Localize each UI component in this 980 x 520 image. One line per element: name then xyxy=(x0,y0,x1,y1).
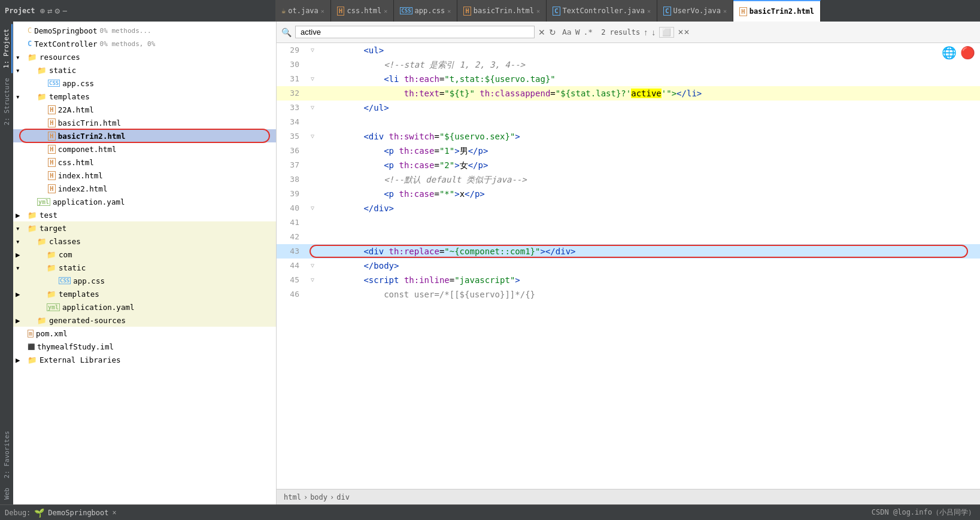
folder-icon: 📁 xyxy=(37,316,47,325)
tree-item-resources[interactable]: ▾ 📁 resources xyxy=(13,50,276,63)
tree-label: application.yaml xyxy=(53,197,125,206)
tree-item-pom[interactable]: m pom.xml xyxy=(13,327,276,340)
close-icon[interactable]: ✕ xyxy=(447,8,451,14)
tree-label: target xyxy=(40,224,66,233)
tree-item-classes[interactable]: ▾ 📁 classes xyxy=(13,235,276,248)
tree-item-generated-sources[interactable]: ▶ 📁 generated-sources xyxy=(13,314,276,327)
tree-item-static[interactable]: ▾ 📁 static xyxy=(13,63,276,77)
tab-UserVo[interactable]: C UserVo.java ✕ xyxy=(657,0,733,22)
code-line-30: 30 <!--stat 是索引 1, 2, 3, 4--> xyxy=(277,57,980,72)
fold-gutter[interactable]: ▽ xyxy=(307,129,318,144)
tree-label: generated-sources xyxy=(49,316,126,325)
project-gear-icon[interactable]: ⚙ xyxy=(54,6,59,16)
tab-css-html[interactable]: H css.html ✕ xyxy=(331,0,394,22)
tree-item-templates2[interactable]: ▶ 📁 templates xyxy=(13,287,276,300)
search-refresh-button[interactable]: ↻ xyxy=(549,28,556,37)
tab-basicTrin2[interactable]: H basicTrin2.html xyxy=(733,0,821,22)
fold-gutter[interactable]: ▽ xyxy=(307,259,318,273)
tree-item-basicTrin2[interactable]: H basicTrin2.html xyxy=(13,129,276,142)
line-number: 32 xyxy=(277,86,307,101)
debug-close-button[interactable]: × xyxy=(113,509,117,517)
edge-icon[interactable]: 🔴 xyxy=(960,45,975,60)
structure-panel-tab[interactable]: 2: Structure xyxy=(2,73,12,130)
css-icon: CSS xyxy=(400,7,412,14)
tree-item-css-html[interactable]: H css.html xyxy=(13,156,276,169)
project-split-icon[interactable]: ⇄ xyxy=(47,6,52,16)
tab-app-css[interactable]: CSS app.css ✕ xyxy=(394,0,457,22)
tree-item-static2[interactable]: ▾ 📁 static xyxy=(13,261,276,274)
line-number: 29 xyxy=(277,43,307,57)
search-prev-button[interactable]: ↑ xyxy=(644,28,648,37)
code-content: <p th:case="1">男</p> xyxy=(318,144,980,158)
fold-gutter[interactable]: ▽ xyxy=(307,72,318,86)
search-close-button[interactable]: ✕✕ xyxy=(678,28,690,37)
java-icon: ☕ xyxy=(281,7,286,15)
search-match-case[interactable]: Aa xyxy=(562,28,572,37)
chrome-icon[interactable]: 🌐 xyxy=(942,45,957,60)
search-next-button[interactable]: ↓ xyxy=(651,28,656,37)
close-icon[interactable]: ✕ xyxy=(384,8,387,14)
search-input[interactable] xyxy=(295,26,535,38)
java-file-icon: C xyxy=(28,26,32,35)
tree-item-app-css2[interactable]: CSS app.css xyxy=(13,274,276,287)
circle-annotation-basicTrin2 xyxy=(19,129,270,143)
tree-item-com[interactable]: ▶ 📁 com xyxy=(13,248,276,261)
tree-item-TextController[interactable]: C TextController 0% methods, 0% xyxy=(13,37,276,50)
tree-item-external[interactable]: ▶ 📁 External Libraries xyxy=(13,353,276,366)
tree-item-index2[interactable]: H index2.html xyxy=(13,182,276,195)
tree-item-iml[interactable]: ⬛ thymealfStudy.iml xyxy=(13,340,276,353)
search-results: 2 results xyxy=(601,28,640,37)
code-content: const user=/*[[${uservo}]]*/{} xyxy=(318,287,980,302)
project-panel-tab[interactable]: 1: Project xyxy=(1,24,13,73)
favorites-panel-tab[interactable]: 2: Favorites xyxy=(2,426,12,483)
css-file-icon: CSS xyxy=(48,80,60,87)
search-regex[interactable]: .* xyxy=(583,28,593,37)
tree-item-templates[interactable]: ▾ 📁 templates xyxy=(13,90,276,103)
tree-label: TextController xyxy=(34,39,97,48)
breadcrumb-div: div xyxy=(336,493,350,501)
debug-spring-icon: 🌱 xyxy=(34,508,44,518)
tree-item-22A[interactable]: H 22A.html xyxy=(13,103,276,116)
code-line-35: 35 ▽ <div th:switch="${uservo.sex}"> xyxy=(277,129,980,144)
project-globe-icon[interactable]: ⊕ xyxy=(40,6,45,16)
tree-item-target[interactable]: ▾ 📁 target xyxy=(13,221,276,235)
close-icon[interactable]: ✕ xyxy=(647,8,651,14)
tree-item-application-yaml[interactable]: yml application.yaml xyxy=(13,195,276,208)
html-file-icon: H xyxy=(48,184,56,193)
line-number: 43 xyxy=(277,244,307,259)
search-whole-word[interactable]: W xyxy=(575,28,580,37)
tab-ot-java[interactable]: ☕ ot.java ✕ xyxy=(275,0,331,22)
web-panel-tab[interactable]: Web xyxy=(2,483,12,504)
tree-item-index[interactable]: H index.html xyxy=(13,169,276,182)
breadcrumb-bar: html › body › div xyxy=(277,489,980,504)
fold-gutter[interactable]: ▽ xyxy=(307,273,318,287)
fold-gutter[interactable]: ▽ xyxy=(307,43,318,57)
line-number: 44 xyxy=(277,259,307,273)
tree-label: app.css xyxy=(62,79,94,88)
close-icon[interactable]: ✕ xyxy=(723,8,727,14)
tab-TextController[interactable]: C TextController.java ✕ xyxy=(547,0,657,22)
fold-gutter[interactable]: ▽ xyxy=(307,101,318,115)
tree-item-application-yaml2[interactable]: yml application.yaml xyxy=(13,300,276,314)
html-file-icon: H xyxy=(48,118,56,127)
tree-item-demoSpringboot[interactable]: C DemoSpringboot 0% methods... xyxy=(13,24,276,37)
tree-item-componet[interactable]: H componet.html xyxy=(13,142,276,156)
folder-icon: 📁 xyxy=(47,250,56,259)
tree-item-basicTrin[interactable]: H basicTrin.html xyxy=(13,116,276,129)
search-clear-button[interactable]: ✕ xyxy=(538,28,545,37)
html-file-icon: H xyxy=(48,132,56,141)
search-expand-button[interactable]: ⬜ xyxy=(659,27,674,38)
tree-suffix: 0% methods... xyxy=(100,27,151,35)
code-line-38: 38 <!--默认 default 类似于java--> xyxy=(277,172,980,187)
tree-label: index2.html xyxy=(58,184,108,193)
tree-item-app-css[interactable]: CSS app.css xyxy=(13,77,276,90)
tab-basicTrin-html[interactable]: H basicTrin.html ✕ xyxy=(457,0,547,22)
breadcrumb-html: html xyxy=(284,493,301,501)
fold-gutter[interactable]: ▽ xyxy=(307,201,318,215)
code-line-44: 44 ▽ </body> xyxy=(277,259,980,273)
tree-label: classes xyxy=(49,237,81,246)
close-icon[interactable]: ✕ xyxy=(536,8,540,14)
project-minimize-icon[interactable]: − xyxy=(62,6,67,16)
tree-item-test[interactable]: ▶ 📁 test xyxy=(13,208,276,221)
close-icon[interactable]: ✕ xyxy=(321,8,324,14)
